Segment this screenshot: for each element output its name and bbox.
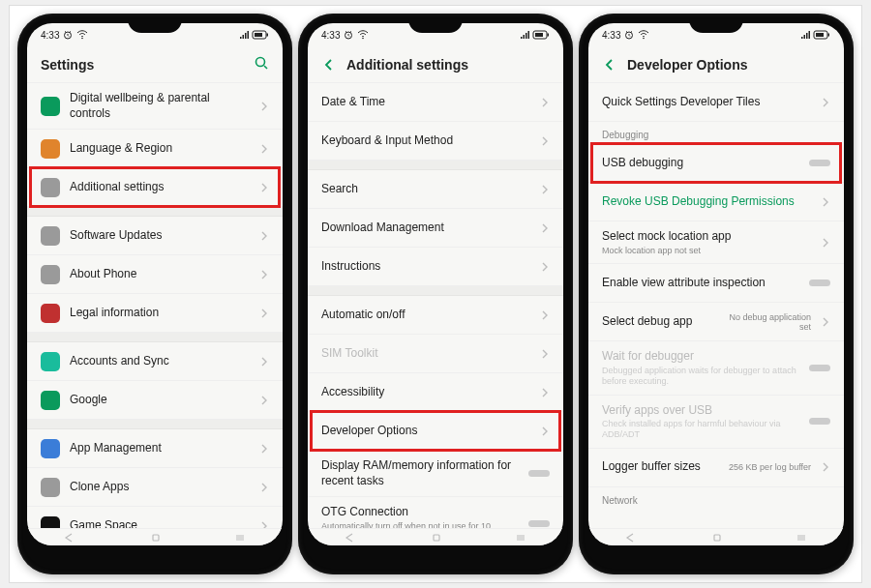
search-button[interactable] (254, 55, 269, 74)
clone-icon (41, 478, 60, 497)
settings-row[interactable]: Clone Apps (27, 468, 283, 507)
svg-rect-28 (828, 34, 830, 37)
row-label: Instructions (321, 259, 530, 275)
settings-row[interactable]: App Management (27, 429, 283, 468)
back-button[interactable] (321, 57, 337, 73)
settings-row[interactable]: Select debug app No debug application se… (588, 303, 844, 341)
toggle-switch[interactable] (809, 418, 830, 425)
settings-row[interactable]: Accessibility (308, 373, 563, 412)
toggle-switch[interactable] (809, 160, 830, 166)
nav-recents[interactable] (234, 529, 246, 546)
section-gap (27, 420, 283, 429)
settings-row[interactable]: Developer Options (308, 412, 563, 451)
row-label: Game Space (70, 518, 250, 528)
row-label: Wait for debugger (602, 349, 799, 365)
row-value: 256 KB per log buffer (729, 462, 811, 472)
section-gap (27, 333, 283, 342)
nav-home[interactable] (150, 529, 162, 546)
svg-rect-13 (521, 37, 523, 39)
settings-row[interactable]: Digital wellbeing & parental controls (27, 83, 283, 130)
toggle-switch[interactable] (528, 470, 550, 477)
svg-rect-15 (526, 33, 527, 39)
settings-row[interactable]: Additional settings (27, 168, 283, 207)
row-subtitle: Automatically turn off when not in use f… (321, 521, 519, 528)
settings-list[interactable]: Date & Time Keyboard & Input Method Sear… (308, 83, 563, 528)
settings-row[interactable]: Date & Time (308, 83, 563, 122)
settings-row[interactable]: Enable view attribute inspection (588, 264, 844, 303)
three-screenshot-container: 4:33 Settings Digital wellbeing & parent… (9, 5, 862, 583)
row-text: Verify apps over USB Check installed app… (602, 403, 799, 440)
settings-row[interactable]: Download Management (308, 209, 563, 248)
settings-list[interactable]: Digital wellbeing & parental controls La… (27, 83, 283, 528)
chevron-right-icon (259, 353, 269, 370)
about-icon (41, 265, 60, 284)
page-title: Developer Options (627, 57, 830, 73)
settings-row[interactable]: Revoke USB Debugging Permissions (588, 183, 844, 221)
update-icon (41, 226, 60, 246)
svg-rect-19 (535, 33, 543, 37)
row-subtitle: Debugged application waits for debugger … (602, 366, 799, 387)
row-value: No debug application set (724, 312, 811, 332)
settings-row[interactable]: Accounts and Sync (27, 342, 283, 381)
toggle-switch[interactable] (809, 365, 830, 371)
svg-point-9 (256, 57, 265, 66)
row-text: Google (70, 393, 250, 408)
settings-row[interactable]: Language & Region (27, 130, 283, 168)
nav-recents[interactable] (515, 529, 526, 546)
status-time: 4:33 (41, 30, 59, 41)
settings-row[interactable]: Google (27, 381, 283, 420)
row-text: Accounts and Sync (70, 354, 250, 369)
wifi-status-icon (357, 30, 369, 40)
back-button[interactable] (602, 57, 617, 73)
chevron-right-icon (259, 517, 269, 528)
settings-row[interactable]: About Phone (27, 255, 283, 294)
settings-row[interactable]: Keyboard & Input Method (308, 122, 563, 161)
row-text: Display RAM/memory information for recen… (321, 458, 519, 488)
nav-back[interactable] (345, 529, 358, 546)
settings-row[interactable]: SIM Toolkit (308, 335, 563, 373)
settings-row[interactable]: Game Space (27, 507, 283, 528)
settings-row[interactable]: Legal information (27, 294, 283, 333)
settings-row[interactable]: Instructions (308, 248, 563, 286)
settings-row[interactable]: USB debugging (588, 144, 844, 183)
screen-header: Settings (27, 46, 283, 83)
nav-back[interactable] (64, 529, 77, 546)
nav-recents[interactable] (796, 529, 807, 546)
nav-back[interactable] (625, 529, 639, 546)
svg-point-22 (644, 38, 646, 40)
svg-point-12 (363, 38, 365, 40)
row-label: Accessibility (321, 385, 530, 400)
settings-row[interactable]: Logger buffer sizes 256 KB per log buffe… (588, 449, 844, 487)
settings-row[interactable]: Wait for debugger Debugged application w… (588, 341, 844, 395)
notch (408, 19, 463, 33)
android-navbar (27, 528, 283, 545)
toggle-switch[interactable] (809, 279, 830, 286)
chevron-right-icon (259, 98, 269, 115)
chevron-right-icon (540, 132, 550, 150)
svg-rect-29 (816, 33, 824, 37)
chevron-right-icon (259, 140, 269, 158)
settings-row[interactable]: Verify apps over USB Check installed app… (588, 396, 844, 449)
chevron-right-icon (540, 345, 550, 363)
settings-row[interactable]: Software Updates (27, 217, 283, 255)
toggle-switch[interactable] (528, 520, 550, 527)
nav-home[interactable] (711, 529, 723, 546)
settings-list[interactable]: Quick Settings Developer Tiles Debugging… (588, 83, 844, 528)
row-label: Automatic on/off (321, 308, 530, 323)
nav-home[interactable] (431, 529, 442, 546)
settings-row[interactable]: Search (308, 170, 563, 209)
settings-row[interactable]: Quick Settings Developer Tiles (588, 83, 844, 122)
row-label: Display RAM/memory information for recen… (321, 458, 519, 488)
settings-row[interactable]: OTG Connection Automatically turn off wh… (308, 497, 563, 528)
settings-row[interactable]: Select mock location app Mock location a… (588, 221, 844, 264)
settings-row[interactable]: Display RAM/memory information for recen… (308, 451, 563, 497)
row-label: Download Management (321, 220, 530, 236)
row-text: OTG Connection Automatically turn off wh… (321, 505, 519, 528)
chevron-right-icon (540, 384, 550, 401)
settings-row[interactable]: Automatic on/off (308, 296, 563, 335)
svg-rect-10 (153, 535, 159, 541)
row-text: Wait for debugger Debugged application w… (602, 349, 799, 386)
row-text: Automatic on/off (321, 308, 530, 323)
sync-icon (41, 352, 60, 371)
phone-frame: 4:33 Developer Options Quick Settings De… (579, 14, 854, 574)
